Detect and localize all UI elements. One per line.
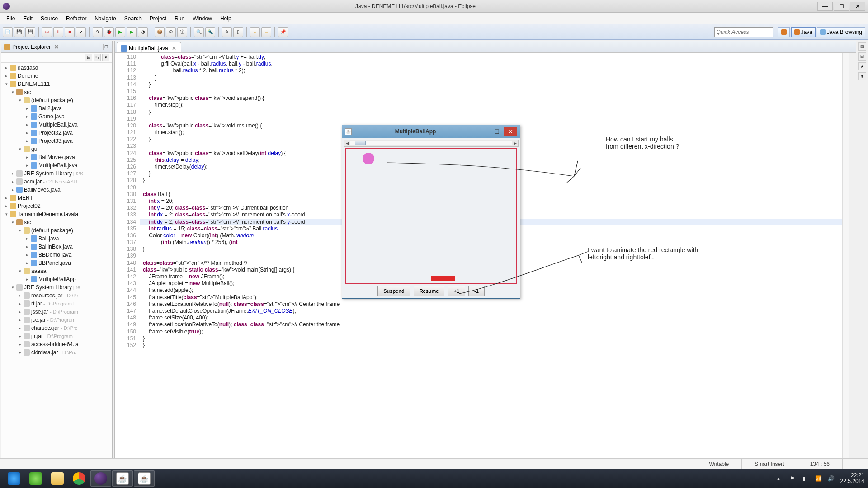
tree-node[interactable]: ▾TamamiileDenemeJavala	[2, 210, 112, 218]
menu-source[interactable]: Source	[37, 14, 61, 23]
toggle-mark-button[interactable]: ✎	[222, 27, 232, 37]
step-button[interactable]: ↷	[93, 27, 103, 37]
close-button[interactable]: ✕	[850, 2, 865, 11]
tray-battery-icon[interactable]: ▮	[802, 475, 809, 482]
collapse-all-button[interactable]: ⊟	[85, 54, 92, 61]
tray-flag-icon[interactable]: ⚑	[790, 475, 796, 482]
tree-node[interactable]: ▾gui	[2, 145, 112, 153]
taskbar-utorrent[interactable]	[25, 470, 46, 487]
new-package-button[interactable]: 📦	[155, 27, 165, 37]
tree-node[interactable]: ▾JRE System Library [jre	[2, 283, 112, 291]
tree-node[interactable]: ▸Ball2.java	[2, 104, 112, 113]
applet-maximize[interactable]: ☐	[490, 127, 504, 136]
tree-node[interactable]: ▸BBDemo.java	[2, 251, 112, 259]
task-list-button[interactable]: ☑	[858, 52, 866, 61]
tree-node[interactable]: ▸acm.jar - C:\Users\ASU	[2, 178, 112, 186]
tree-node[interactable]: ▸BallMoves.java	[2, 186, 112, 194]
view-menu-button[interactable]: ▾	[102, 54, 109, 61]
tree-node[interactable]: ▸dasdasd	[2, 64, 112, 72]
taskbar-explorer[interactable]	[47, 470, 68, 487]
new-button[interactable]: 📄	[3, 27, 13, 37]
tree-node[interactable]: ▾src	[2, 218, 112, 226]
run-last-button[interactable]: ▶	[127, 27, 137, 37]
new-class-button[interactable]: ©	[166, 27, 176, 37]
tree-node[interactable]: ▸MultipleBall.java	[2, 121, 112, 129]
project-explorer-close[interactable]: ✕	[54, 44, 59, 50]
perspective-java[interactable]: Java	[791, 27, 816, 37]
annotation-button[interactable]: ▯	[233, 27, 243, 37]
slider-left-arrow[interactable]: ◀	[344, 141, 350, 145]
applet-minimize[interactable]: —	[476, 127, 490, 136]
slider-right-arrow[interactable]: ▶	[512, 141, 518, 145]
debug-stop-button[interactable]: ■	[65, 27, 75, 37]
taskbar-java1[interactable]: ☕	[112, 470, 133, 487]
menu-navigate[interactable]: Navigate	[91, 14, 119, 23]
applet-suspend-button[interactable]: Suspend	[377, 286, 410, 296]
panel-maximize[interactable]: ☐	[103, 44, 109, 50]
quick-access-input[interactable]	[714, 27, 773, 37]
tree-node[interactable]: ▸Project33.java	[2, 137, 112, 145]
tree-node[interactable]: ▸rt.jar - D:\Program F	[2, 300, 112, 308]
overview-ruler[interactable]	[842, 53, 849, 460]
taskbar-chrome[interactable]	[69, 470, 90, 487]
tray-network-icon[interactable]: 📶	[815, 475, 821, 482]
tree-node[interactable]: ▸Game.java	[2, 113, 112, 121]
perspective-java-browsing[interactable]: Java Browsing	[817, 27, 865, 37]
menu-help[interactable]: Help	[217, 14, 235, 23]
debug-pause-button[interactable]: ⏸	[53, 27, 63, 37]
menu-file[interactable]: File	[3, 14, 19, 23]
applet-slider[interactable]: ◀ ▶	[344, 140, 519, 147]
link-editor-button[interactable]: ⇆	[94, 54, 101, 61]
tree-node[interactable]: ▸Project02	[2, 202, 112, 210]
applet-titlebar[interactable]: ☕ MultipleBallApp — ☐ ✕	[342, 125, 520, 138]
taskbar-ie[interactable]	[4, 470, 24, 487]
new-interface-button[interactable]: Ⓘ	[177, 27, 187, 37]
editor-tab-close[interactable]: ✕	[172, 45, 176, 52]
tree-node[interactable]: ▸Deneme	[2, 72, 112, 80]
taskbar-java2[interactable]: ☕	[134, 470, 155, 487]
pin-button[interactable]: 📌	[278, 27, 288, 37]
debug-skip-button[interactable]: ⏭	[42, 27, 52, 37]
editor-vscroll[interactable]	[849, 53, 856, 460]
tree-node[interactable]: ▾DENEME111	[2, 80, 112, 88]
applet-window[interactable]: ☕ MultipleBallApp — ☐ ✕ ◀ ▶ SuspendResum…	[342, 125, 520, 299]
tray-volume-icon[interactable]: 🔊	[828, 475, 834, 482]
menu-refactor[interactable]: Refactor	[62, 14, 90, 23]
windows-taskbar[interactable]: ☕ ☕ ▴ ⚑ ▮ 📶 🔊 22:21 22.5.2014	[0, 469, 868, 488]
tree-node[interactable]: ▸cldrdata.jar - D:\Prc	[2, 348, 112, 357]
tray-up-icon[interactable]: ▴	[777, 475, 783, 482]
tree-node[interactable]: ▸access-bridge-64.ja	[2, 340, 112, 348]
tree-node[interactable]: ▸JRE System Library [J2S	[2, 169, 112, 178]
minimize-button[interactable]: —	[817, 2, 833, 11]
tree-node[interactable]: ▸Project32.java	[2, 129, 112, 137]
tree-node[interactable]: ▸jfr.jar - D:\Program	[2, 332, 112, 340]
coverage-button[interactable]: ◔	[138, 27, 148, 37]
slider-thumb[interactable]	[355, 141, 366, 145]
menu-run[interactable]: Run	[171, 14, 188, 23]
forward-button[interactable]: →	[261, 27, 271, 37]
back-button[interactable]: ←	[250, 27, 260, 37]
tree-node[interactable]: ▾(default package)	[2, 226, 112, 235]
applet-1-button[interactable]: +1	[448, 286, 465, 296]
menu-edit[interactable]: Edit	[19, 14, 36, 23]
menu-project[interactable]: Project	[146, 14, 170, 23]
tree-node[interactable]: ▸BBPanel.java	[2, 259, 112, 267]
tree-node[interactable]: ▾aaaaa	[2, 267, 112, 275]
maximize-button[interactable]: ☐	[834, 2, 849, 11]
tree-node[interactable]: ▾(default package)	[2, 96, 112, 104]
tree-node[interactable]: ▸jce.jar - D:\Program	[2, 316, 112, 324]
debug-button[interactable]: 🐞	[104, 27, 114, 37]
applet-1-button[interactable]: -1	[468, 286, 485, 296]
tree-node[interactable]: ▸Ball.java	[2, 235, 112, 243]
tree-node[interactable]: ▸BallInBox.java	[2, 243, 112, 251]
run-button[interactable]: ▶	[115, 27, 125, 37]
save-all-button[interactable]: 💾	[25, 27, 35, 37]
hierarchy-button[interactable]: ⬍	[858, 72, 866, 80]
applet-resume-button[interactable]: Resume	[414, 286, 445, 296]
save-button[interactable]: 💾	[14, 27, 24, 37]
taskbar-eclipse[interactable]	[90, 470, 111, 487]
project-tree[interactable]: ▸dasdasd▸Deneme▾DENEME111▾src▾(default p…	[1, 63, 112, 460]
editor-tab[interactable]: MultipleBall.java ✕	[117, 42, 181, 52]
bookmark-button[interactable]: ★	[858, 62, 866, 70]
menu-window[interactable]: Window	[189, 14, 216, 23]
